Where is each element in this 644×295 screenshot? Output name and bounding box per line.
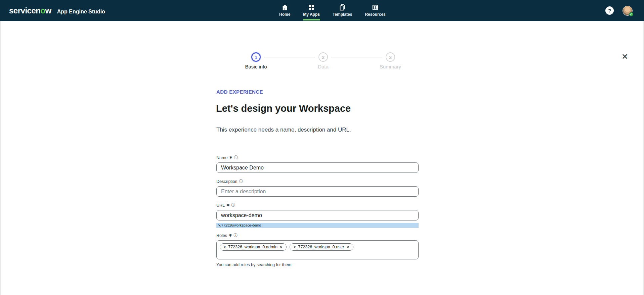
brand: servicenow App Engine Studio (0, 6, 105, 15)
info-icon[interactable]: ⓘ (233, 233, 238, 238)
info-icon[interactable]: ⓘ (231, 202, 235, 208)
remove-chip-icon[interactable]: ✕ (280, 245, 283, 249)
wizard-stepper: 1 2 3 (251, 52, 395, 62)
name-label: Name ✱ ⓘ (216, 155, 419, 160)
role-chip: x_772326_workspa_0.admin ✕ (220, 243, 287, 251)
user-avatar[interactable]: ✓ (622, 6, 633, 16)
top-navbar: servicenow App Engine Studio Home My App… (0, 0, 644, 21)
url-input[interactable] (216, 210, 419, 220)
servicenow-logo: servicenow (9, 6, 51, 15)
url-label: URL ✱ ⓘ (216, 202, 419, 208)
help-icon[interactable]: ? (605, 6, 614, 15)
templates-icon (339, 4, 346, 11)
product-name: App Engine Studio (57, 9, 105, 15)
step-3-label: Summary (380, 64, 401, 69)
step-1-label: Basic info (245, 64, 267, 69)
page-subtitle: This experience needs a name, descriptio… (216, 127, 351, 133)
role-chip: x_772326_workspa_0.user ✕ (290, 243, 353, 251)
name-input[interactable] (216, 162, 419, 173)
info-icon[interactable]: ⓘ (239, 179, 243, 184)
close-icon[interactable]: ✕ (620, 52, 630, 62)
navbar-right: ? ✓ (605, 0, 644, 21)
experience-form: Name ✱ ⓘ Description ⓘ URL ✱ ⓘ /x/772326… (216, 155, 419, 267)
tab-templates[interactable]: Templates (331, 0, 353, 21)
tab-my-apps[interactable]: My Apps (302, 0, 321, 21)
roles-helper-text: You can add roles by searching for them (216, 262, 419, 267)
logo-green-o: o (40, 6, 45, 15)
description-label: Description ⓘ (216, 179, 419, 184)
tab-home[interactable]: Home (278, 0, 292, 21)
description-input[interactable] (216, 186, 419, 197)
resources-icon (372, 4, 379, 11)
add-experience-wizard: ✕ 1 2 3 Basic info Data Summary ADD EXPE… (1, 21, 643, 295)
info-icon[interactable]: ⓘ (234, 155, 238, 160)
required-asterisk-icon: ✱ (226, 203, 229, 207)
roles-label: Roles ✱ ⓘ (216, 233, 419, 238)
tab-resources[interactable]: Resources (363, 0, 387, 21)
required-asterisk-icon: ✱ (229, 155, 232, 160)
step-2-circle: 2 (318, 52, 328, 62)
url-preview-bar: /x/772326/workspace-demo (216, 223, 419, 228)
step-3-circle: 3 (386, 52, 395, 62)
step-2-label: Data (318, 64, 329, 69)
step-connector (331, 57, 382, 57)
required-asterisk-icon: ✱ (229, 233, 232, 238)
apps-grid-icon (308, 4, 315, 11)
page-title: Let's design your Workspace (216, 103, 351, 114)
remove-chip-icon[interactable]: ✕ (346, 245, 349, 249)
home-icon (281, 4, 289, 11)
roles-input[interactable]: x_772326_workspa_0.admin ✕ x_772326_work… (216, 240, 419, 259)
wizard-eyebrow: ADD EXPERIENCE (216, 89, 263, 95)
step-connector (264, 57, 315, 57)
presence-badge-icon: ✓ (629, 12, 633, 16)
primary-nav: Home My Apps Templates Resources (278, 0, 387, 21)
step-1-circle: 1 (251, 52, 261, 62)
